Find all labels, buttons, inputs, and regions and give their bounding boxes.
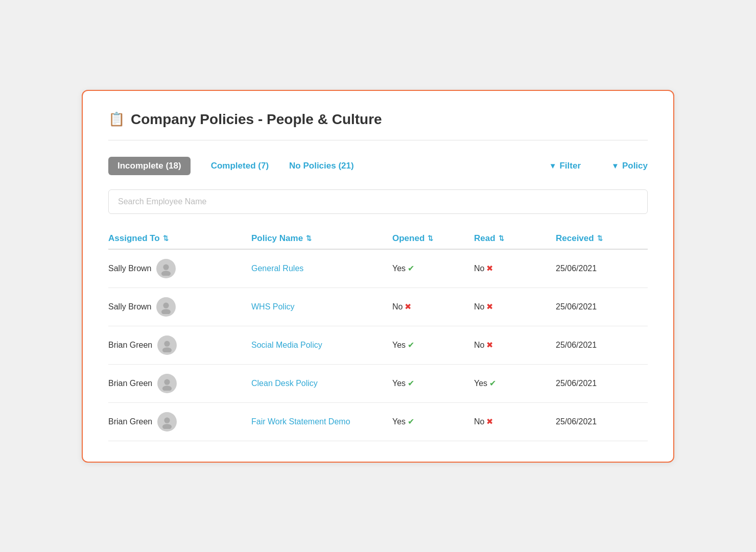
main-card: 📋 Company Policies - People & Culture In…	[82, 90, 674, 463]
cell-read: No ✖	[474, 340, 556, 350]
policy-filter-button[interactable]: ▼ Policy	[611, 161, 648, 171]
read-value: Yes	[474, 379, 487, 388]
policy-link[interactable]: Social Media Policy	[251, 341, 322, 350]
cell-received: 25/06/2021	[556, 341, 648, 350]
filter-icon: ▼	[549, 161, 557, 170]
svg-point-1	[161, 271, 171, 276]
sort-received-icon[interactable]: ⇅	[597, 234, 603, 242]
sort-read-icon[interactable]: ⇅	[499, 234, 504, 242]
table-row: Sally Brown WHS PolicyNo ✖No ✖25/06/2021	[108, 288, 648, 326]
cell-policy-name: Clean Desk Policy	[251, 379, 392, 388]
cross-icon: ✖	[486, 263, 493, 273]
card-title: 📋 Company Policies - People & Culture	[108, 111, 648, 140]
check-icon: ✔	[489, 378, 496, 388]
tab-incomplete[interactable]: Incomplete (18)	[108, 157, 191, 175]
svg-point-3	[161, 309, 171, 314]
cell-policy-name: Social Media Policy	[251, 341, 392, 350]
svg-point-0	[163, 264, 169, 270]
svg-point-8	[164, 417, 170, 423]
svg-point-2	[163, 302, 169, 308]
col-policy-name: Policy Name ⇅	[251, 233, 392, 244]
cell-opened: Yes ✔	[392, 263, 474, 273]
cell-opened: Yes ✔	[392, 378, 474, 388]
page-title: Company Policies - People & Culture	[131, 111, 382, 128]
avatar	[157, 412, 177, 431]
policy-link[interactable]: General Rules	[251, 264, 303, 273]
cell-opened: Yes ✔	[392, 340, 474, 350]
svg-point-6	[164, 379, 170, 385]
sort-policy-icon[interactable]: ⇅	[306, 234, 312, 242]
avatar	[156, 259, 176, 278]
opened-value: Yes	[392, 379, 406, 388]
cell-read: No ✖	[474, 417, 556, 426]
tab-no-policies[interactable]: No Policies (21)	[289, 161, 354, 171]
policy-filter-icon: ▼	[611, 161, 619, 170]
cell-assigned-to: Brian Green	[108, 412, 251, 431]
col-assigned-to: Assigned To ⇅	[108, 233, 251, 244]
employee-name: Brian Green	[108, 379, 152, 388]
policy-link[interactable]: Fair Work Statement Demo	[251, 417, 350, 426]
check-icon: ✔	[408, 340, 414, 350]
check-icon: ✔	[408, 417, 414, 426]
tab-completed[interactable]: Completed (7)	[211, 161, 269, 171]
policy-link[interactable]: WHS Policy	[251, 302, 294, 311]
table-row: Brian Green Clean Desk PolicyYes ✔Yes ✔2…	[108, 365, 648, 403]
cross-icon: ✖	[486, 340, 493, 350]
col-read: Read ⇅	[474, 233, 556, 244]
filter-button[interactable]: ▼ Filter	[549, 161, 581, 171]
cell-opened: Yes ✔	[392, 417, 474, 426]
opened-value: Yes	[392, 341, 406, 350]
cross-icon: ✖	[405, 302, 411, 311]
cell-received: 25/06/2021	[556, 302, 648, 311]
table-row: Brian Green Fair Work Statement DemoYes …	[108, 403, 648, 441]
svg-point-5	[162, 347, 172, 352]
cell-policy-name: Fair Work Statement Demo	[251, 417, 392, 426]
cell-assigned-to: Brian Green	[108, 374, 251, 393]
tabs-row: Incomplete (18) Completed (7) No Policie…	[108, 157, 648, 175]
cell-assigned-to: Brian Green	[108, 335, 251, 355]
employee-name: Sally Brown	[108, 264, 151, 273]
table-row: Sally Brown General RulesYes ✔No ✖25/06/…	[108, 250, 648, 288]
cell-read: No ✖	[474, 263, 556, 273]
cell-received: 25/06/2021	[556, 379, 648, 388]
policy-link[interactable]: Clean Desk Policy	[251, 379, 318, 388]
cell-policy-name: WHS Policy	[251, 302, 392, 311]
table-row: Brian Green Social Media PolicyYes ✔No ✖…	[108, 326, 648, 365]
read-value: No	[474, 341, 484, 350]
cell-received: 25/06/2021	[556, 264, 648, 273]
opened-value: Yes	[392, 417, 406, 426]
opened-value: Yes	[392, 264, 406, 273]
svg-point-9	[162, 424, 172, 429]
avatar	[157, 374, 177, 393]
avatar	[156, 297, 176, 317]
cell-received: 25/06/2021	[556, 417, 648, 426]
svg-point-7	[162, 386, 172, 391]
avatar	[157, 335, 177, 355]
sort-opened-icon[interactable]: ⇅	[428, 234, 433, 242]
employee-name: Brian Green	[108, 417, 152, 426]
cell-read: Yes ✔	[474, 378, 556, 388]
svg-point-4	[164, 341, 170, 346]
cell-assigned-to: Sally Brown	[108, 259, 251, 278]
read-value: No	[474, 417, 484, 426]
card-icon: 📋	[108, 111, 125, 127]
check-icon: ✔	[408, 378, 414, 388]
cross-icon: ✖	[486, 417, 493, 426]
employee-name: Brian Green	[108, 341, 152, 350]
table-body: Sally Brown General RulesYes ✔No ✖25/06/…	[108, 250, 648, 441]
cell-opened: No ✖	[392, 302, 474, 311]
read-value: No	[474, 264, 484, 273]
col-received: Received ⇅	[556, 233, 648, 244]
cell-read: No ✖	[474, 302, 556, 311]
opened-value: No	[392, 302, 403, 311]
cell-assigned-to: Sally Brown	[108, 297, 251, 317]
employee-name: Sally Brown	[108, 302, 151, 311]
search-input[interactable]	[108, 189, 648, 214]
cell-policy-name: General Rules	[251, 264, 392, 273]
table-header: Assigned To ⇅ Policy Name ⇅ Opened ⇅ Rea…	[108, 228, 648, 250]
cross-icon: ✖	[486, 302, 493, 311]
sort-assigned-icon[interactable]: ⇅	[163, 234, 169, 242]
check-icon: ✔	[408, 263, 414, 273]
read-value: No	[474, 302, 484, 311]
col-opened: Opened ⇅	[392, 233, 474, 244]
